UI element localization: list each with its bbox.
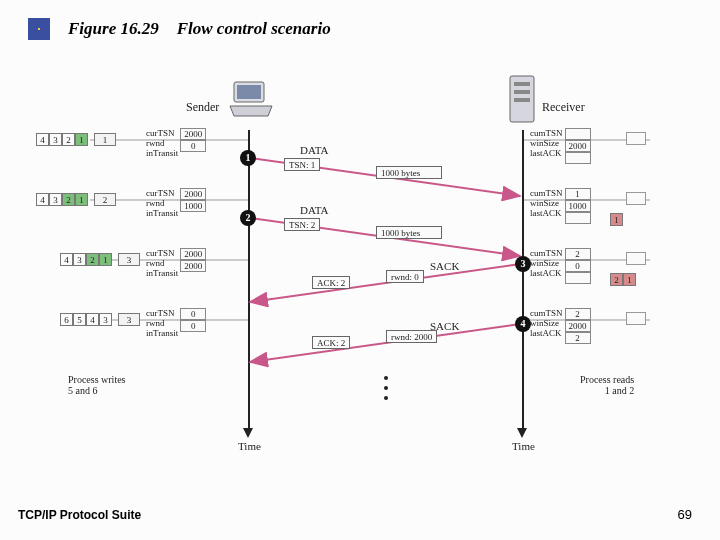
receiver-label: Receiver: [542, 100, 585, 115]
receiver-queue: 21: [610, 272, 636, 286]
figure-title: Flow control scenario: [177, 19, 331, 39]
server-icon: [504, 72, 540, 128]
process-writes-note: Process writes 5 and 6: [68, 374, 126, 396]
receiver-stats: cumTSNwinSizelastACK20: [530, 248, 591, 284]
slide-bullet: [28, 18, 50, 40]
sender-buffer: 65433: [60, 312, 140, 326]
svg-point-20: [384, 386, 388, 390]
receiver-stats: cumTSNwinSizelastACK 2000: [530, 128, 591, 164]
time-label-sender: Time: [238, 440, 261, 452]
step-badge-2: 2: [240, 210, 256, 226]
sender-stats: curTSNrwndinTransit00: [146, 308, 206, 338]
figure-number: Figure 16.29: [68, 19, 159, 39]
sender-buffer: 43211: [36, 132, 116, 146]
msg-box-ack-3: ACK: 2: [312, 276, 350, 289]
sender-label: Sender: [186, 100, 219, 115]
receiver-slot: [626, 312, 646, 325]
sender-timeline: [248, 130, 250, 430]
msg-top-3: SACK: [430, 260, 459, 272]
msg-box-tsn-2: TSN: 2: [284, 218, 320, 231]
msg-box-rwnd-4: rwnd: 2000: [386, 330, 437, 343]
laptop-icon: [228, 80, 274, 120]
msg-box-bytes-2: 1000 bytes: [376, 226, 442, 239]
sender-stats: curTSNrwndinTransit20000: [146, 128, 206, 158]
msg-box-tsn-1: TSN: 1: [284, 158, 320, 171]
svg-rect-1: [237, 85, 261, 99]
arrow-down-icon: [243, 428, 253, 438]
page-number: 69: [678, 507, 692, 522]
svg-rect-4: [514, 90, 530, 94]
receiver-stats: cumTSNwinSizelastACK11000: [530, 188, 591, 224]
footer-text: TCP/IP Protocol Suite: [18, 508, 141, 522]
msg-top-1: DATA: [300, 144, 328, 156]
receiver-timeline: [522, 130, 524, 430]
arrow-down-icon: [517, 428, 527, 438]
sender-stats: curTSNrwndinTransit20002000: [146, 248, 206, 278]
receiver-slot: [626, 192, 646, 205]
time-label-receiver: Time: [512, 440, 535, 452]
flow-control-diagram: Sender Receiver Time Time: [90, 78, 650, 458]
msg-box-ack-4: ACK: 2: [312, 336, 350, 349]
sender-stats: curTSNrwndinTransit20001000: [146, 188, 206, 218]
msg-box-rwnd-3: rwnd: 0: [386, 270, 424, 283]
svg-line-18: [250, 324, 520, 362]
svg-rect-3: [514, 82, 530, 86]
msg-box-bytes-1: 1000 bytes: [376, 166, 442, 179]
svg-point-21: [384, 396, 388, 400]
receiver-stats: cumTSNwinSizelastACK220002: [530, 308, 591, 344]
step-badge-3: 3: [515, 256, 531, 272]
sender-buffer: 43212: [36, 192, 116, 206]
msg-top-2: DATA: [300, 204, 328, 216]
receiver-slot: [626, 132, 646, 145]
svg-point-19: [384, 376, 388, 380]
step-badge-1: 1: [240, 150, 256, 166]
receiver-queue: 1: [610, 212, 623, 226]
sender-buffer: 43213: [60, 252, 140, 266]
svg-rect-2: [510, 76, 534, 122]
process-reads-note: Process reads 1 and 2: [580, 374, 634, 396]
svg-rect-0: [234, 82, 264, 102]
svg-line-17: [250, 264, 520, 302]
receiver-slot: [626, 252, 646, 265]
step-badge-4: 4: [515, 316, 531, 332]
svg-rect-5: [514, 98, 530, 102]
